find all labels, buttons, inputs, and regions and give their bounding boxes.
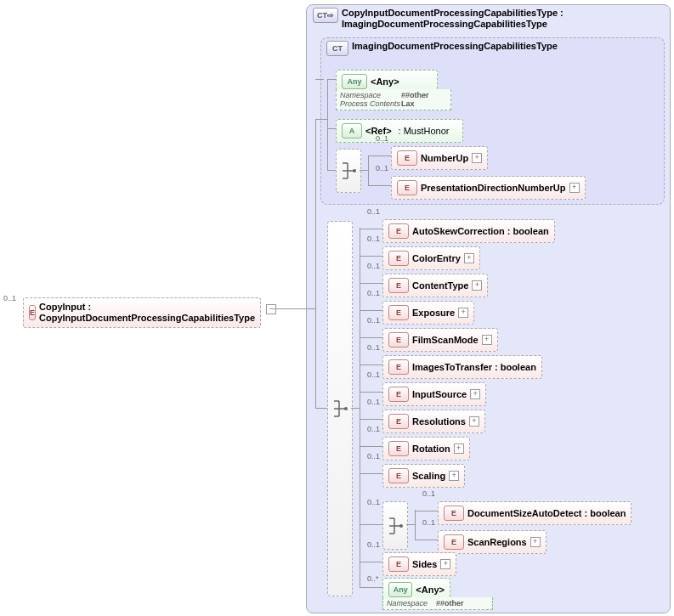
occurrence-label: 0..1 [3, 294, 16, 302]
element-node[interactable]: EDocumentSizeAutoDetect : boolean [438, 501, 632, 525]
occurrence-label: 0..1 [367, 452, 380, 461]
svg-point-1 [344, 407, 348, 410]
expand-icon[interactable]: + [440, 559, 450, 569]
element-node[interactable]: EResolutions+ [382, 410, 485, 433]
meta-val: ##other [401, 91, 429, 99]
element-label: ImagesToTransfer : boolean [412, 362, 536, 372]
connector [406, 524, 415, 525]
element-node[interactable]: EFilmScanMode+ [382, 328, 498, 352]
connector [360, 587, 382, 588]
element-label: DocumentSizeAutoDetect : boolean [467, 508, 626, 518]
element-label: InputSource [412, 389, 467, 399]
connector [415, 511, 438, 511]
occurrence-label: 0..1 [422, 489, 435, 498]
attr-type: : MustHonor [399, 126, 450, 136]
occurrence-label: 0..* [367, 574, 379, 583]
element-node[interactable]: EExposure+ [382, 301, 474, 325]
occurrence-label: 0..1 [367, 498, 380, 506]
element-node[interactable]: EContentType+ [382, 274, 488, 297]
sequence-icon[interactable] [336, 149, 361, 193]
element-node[interactable]: EInputSource+ [382, 382, 486, 406]
any-icon: Any [342, 74, 367, 89]
element-icon: E [388, 441, 409, 456]
connector [360, 419, 382, 420]
expand-icon[interactable]: + [449, 471, 459, 481]
element-icon: E [397, 150, 417, 166]
expand-icon[interactable]: + [482, 335, 492, 345]
element-node[interactable]: EScaling+ [382, 464, 465, 488]
element-node[interactable]: EScanRegions+ [438, 530, 547, 554]
expand-icon[interactable]: + [464, 253, 474, 263]
sequence-icon[interactable] [382, 501, 408, 550]
connector [327, 79, 328, 171]
connector [368, 185, 391, 186]
element-label: NumberUp [421, 153, 468, 163]
element-node[interactable]: ESides+ [382, 552, 456, 576]
meta-key: Namespace [340, 91, 401, 99]
element-node[interactable]: EImagesToTransfer : boolean [382, 355, 542, 379]
svg-point-2 [399, 524, 403, 528]
connector [327, 79, 336, 80]
connector [360, 392, 382, 393]
complextype-icon: CT [326, 41, 348, 56]
svg-point-0 [353, 169, 356, 172]
expand-icon[interactable]: − [266, 304, 276, 314]
base-ct-header: CT ImagingDocumentProcessingCapabilities… [326, 41, 522, 56]
connector [360, 446, 382, 447]
element-label: Rotation [412, 444, 450, 454]
element-icon: E [444, 534, 464, 550]
element-icon: E [29, 305, 36, 320]
element-icon: E [388, 305, 409, 320]
element-icon: E [388, 223, 409, 239]
element-label: ContentType [412, 280, 468, 291]
connector [306, 308, 315, 309]
any-meta: Namespace ##other [382, 597, 493, 610]
connector [360, 337, 382, 338]
any-icon: Any [388, 582, 412, 597]
expand-icon[interactable]: + [472, 280, 482, 291]
element-node[interactable]: ERotation+ [382, 437, 470, 461]
element-icon: E [388, 387, 409, 402]
connector [360, 228, 360, 587]
any-meta: Namespace Process Contents ##other Lax [336, 89, 451, 110]
any-label: <Any> [416, 585, 445, 595]
connector [327, 128, 336, 129]
expand-icon[interactable]: + [458, 308, 468, 318]
element-copyinput[interactable]: E CopyInput : CopyInputDocumentProcessin… [23, 297, 261, 328]
occurrence-label: 0..1 [367, 398, 380, 406]
attribute-ref[interactable]: A <Ref> : MustHonor [336, 119, 463, 143]
element-icon: E [388, 332, 409, 348]
occurrence-label: 0..1 [367, 262, 380, 270]
element-icon: E [388, 414, 409, 429]
element-label: Exposure [412, 308, 455, 318]
expand-icon[interactable]: + [469, 416, 479, 427]
element-icon: E [388, 557, 409, 572]
expand-icon[interactable]: + [454, 444, 464, 454]
occurrence-label: 0..1 [367, 425, 380, 433]
element-node[interactable]: EColorEntry+ [382, 246, 480, 270]
connector [360, 562, 382, 562]
connector [360, 170, 368, 171]
connector [273, 308, 306, 309]
expand-icon[interactable]: + [569, 183, 580, 193]
connector [360, 473, 382, 474]
expand-icon[interactable]: + [472, 153, 482, 163]
expand-icon[interactable]: + [470, 389, 480, 399]
sequence-icon[interactable] [327, 221, 353, 596]
connector [351, 408, 360, 409]
element-node[interactable]: EPresentationDirectionNumberUp+ [391, 176, 586, 200]
occurrence-label: 0..1 [367, 235, 380, 243]
ct-label: CopyInputDocumentProcessingCapabilitiesT… [342, 8, 673, 30]
occurrence-label: 0..1 [367, 207, 380, 216]
base-ct-label: ImagingDocumentProcessingCapabilitiesTyp… [352, 41, 522, 52]
connector [415, 540, 438, 540]
connector [368, 155, 391, 156]
expand-icon[interactable]: + [530, 537, 541, 547]
element-node[interactable]: EAutoSkewCorrection : boolean [382, 219, 555, 243]
meta-key: Namespace [387, 599, 436, 608]
element-icon: E [388, 251, 409, 266]
occurrence-label: 0..1 [367, 370, 380, 379]
attribute-icon: A [342, 123, 362, 138]
element-node[interactable]: ENumberUp+ [391, 146, 488, 170]
element-icon: E [388, 359, 409, 375]
